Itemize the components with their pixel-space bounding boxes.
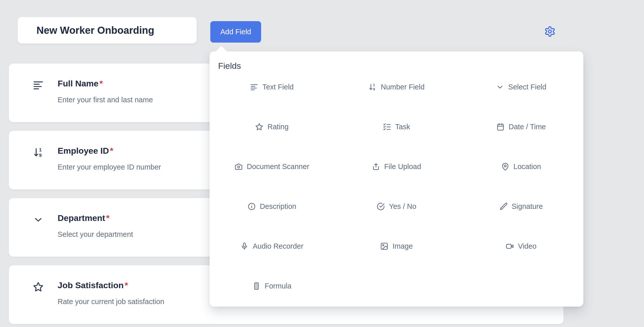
settings-gear-icon[interactable] xyxy=(544,26,556,37)
field-type-label: Task xyxy=(395,123,410,131)
field-type-file-upload[interactable]: File Upload xyxy=(334,147,459,186)
field-type-label: Signature xyxy=(512,202,543,211)
field-type-number-field[interactable]: Number Field xyxy=(334,67,459,107)
form-builder-screen: New Worker Onboarding Add Field Full Nam… xyxy=(0,0,644,327)
field-description: Rate your current job satisfaction xyxy=(58,298,164,306)
form-title-input[interactable]: New Worker Onboarding xyxy=(18,17,197,44)
pen-icon xyxy=(499,202,508,211)
info-circle-icon xyxy=(248,202,256,211)
check-circle-icon xyxy=(377,202,385,211)
field-type-formula[interactable]: Formula xyxy=(210,266,334,306)
upload-icon xyxy=(372,162,380,171)
field-type-label: Description xyxy=(260,202,296,211)
field-type-signature[interactable]: Signature xyxy=(459,186,583,226)
field-description: Select your department xyxy=(58,230,133,239)
field-description: Enter your employee ID number xyxy=(58,163,161,171)
sort-numeric-1-9-icon xyxy=(33,147,44,158)
image-icon xyxy=(380,242,388,250)
field-type-label: Select Field xyxy=(508,83,546,91)
chevron-down-icon xyxy=(496,83,504,91)
microphone-icon xyxy=(240,242,249,250)
field-type-document-scanner[interactable]: Document Scanner xyxy=(210,147,334,186)
field-type-rating[interactable]: Rating xyxy=(210,107,334,147)
calculator-icon xyxy=(252,282,261,290)
field-type-label: Rating xyxy=(267,123,289,131)
field-title: Employee ID* xyxy=(58,146,113,156)
field-type-label: Document Scanner xyxy=(247,162,309,171)
field-type-label: Video xyxy=(518,242,537,250)
star-icon xyxy=(255,123,263,131)
field-description: Enter your first and last name xyxy=(58,96,153,104)
field-type-label: Audio Recorder xyxy=(253,242,303,250)
field-type-label: Image xyxy=(392,242,413,250)
fields-menu-grid: Text Field Number Field Select Field Rat… xyxy=(210,67,583,306)
align-left-icon xyxy=(250,83,258,91)
add-field-button[interactable]: Add Field xyxy=(210,21,261,43)
field-type-label: Date / Time xyxy=(509,123,546,131)
field-type-yes-no[interactable]: Yes / No xyxy=(334,186,459,226)
field-type-audio-recorder[interactable]: Audio Recorder xyxy=(210,226,334,266)
video-camera-icon xyxy=(506,242,514,250)
field-type-task[interactable]: Task xyxy=(334,107,459,147)
required-asterisk: * xyxy=(99,79,103,88)
required-asterisk: * xyxy=(125,280,128,290)
field-type-image[interactable]: Image xyxy=(334,226,459,266)
form-title-text: New Worker Onboarding xyxy=(36,25,154,36)
add-field-dropdown-panel: Fields Text Field Number Field Select Fi… xyxy=(210,51,583,307)
map-pin-icon xyxy=(501,162,509,171)
field-type-label: Number Field xyxy=(381,83,424,91)
field-type-label: Formula xyxy=(265,282,291,290)
field-type-description[interactable]: Description xyxy=(210,186,334,226)
field-type-location[interactable]: Location xyxy=(459,147,583,186)
star-icon xyxy=(33,281,44,292)
field-title: Job Satisfaction* xyxy=(58,280,128,290)
list-checks-icon xyxy=(383,123,391,131)
camera-icon xyxy=(234,162,243,171)
field-type-label: Text Field xyxy=(262,83,294,91)
field-type-video[interactable]: Video xyxy=(459,226,583,266)
align-left-icon xyxy=(33,80,44,91)
required-asterisk: * xyxy=(106,213,109,223)
calendar-icon xyxy=(496,123,505,131)
field-type-label: File Upload xyxy=(384,162,421,171)
field-type-label: Yes / No xyxy=(389,202,416,211)
field-title: Full Name* xyxy=(58,79,103,88)
sort-numeric-1-9-icon xyxy=(368,83,377,91)
chevron-down-icon xyxy=(33,214,44,225)
field-type-select-field[interactable]: Select Field xyxy=(459,67,583,107)
required-asterisk: * xyxy=(110,146,113,155)
field-type-date-time[interactable]: Date / Time xyxy=(459,107,583,147)
field-type-label: Location xyxy=(513,162,541,171)
field-type-text-field[interactable]: Text Field xyxy=(210,67,334,107)
field-title: Department* xyxy=(58,213,109,223)
